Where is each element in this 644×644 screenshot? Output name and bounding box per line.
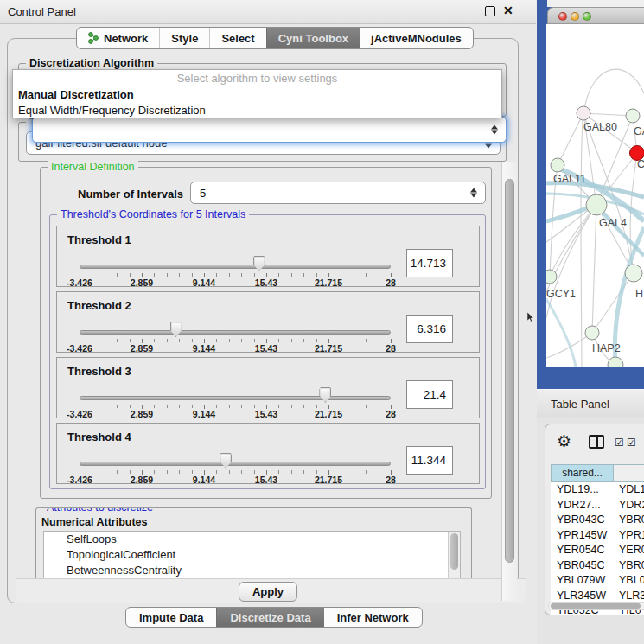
table-row[interactable]: YER054CYER0 [551, 543, 644, 558]
tab-style[interactable]: Style [159, 28, 209, 48]
network-edge[interactable] [546, 205, 596, 318]
app-root: Control Panel ✕ Network Style Select Cyn… [0, 0, 644, 644]
slider-tick-label: 9.144 [193, 409, 215, 419]
node-label: GAL80 [583, 121, 617, 133]
tab-network[interactable]: Network [77, 28, 159, 48]
tab-impute-data[interactable]: Impute Data [126, 608, 216, 627]
checkbox-icon[interactable]: ☑ [615, 437, 624, 449]
number-of-intervals-combo[interactable]: 5 [190, 182, 486, 204]
threshold-2-value[interactable]: 6.316 [406, 315, 453, 343]
discretization-algorithm-title: Discretization Algorithm [26, 57, 157, 69]
algorithm-dropdown-popup: Select algorithm to view settings Manual… [12, 69, 502, 118]
node-label: H [635, 288, 643, 300]
popup-item-equal-width-frequency[interactable]: Equal Width/Frequency Discretization [13, 103, 501, 118]
apply-button[interactable]: Apply [239, 582, 297, 602]
tab-cyni-toolbox[interactable]: Cyni Toolbox [266, 28, 360, 48]
column-header-shared-name[interactable]: shared... [552, 465, 614, 481]
list-item[interactable]: SelfLoops [44, 532, 460, 547]
threshold-2-block: Threshold 2 -3.4262.8599.14415.4321.7152… [56, 291, 480, 353]
table-horizontal-scrollbar-thumb[interactable] [551, 603, 641, 609]
table-row[interactable]: YBL079WYBL0 [551, 573, 644, 589]
top-green-node[interactable] [626, 109, 640, 123]
network-view-canvas[interactable]: GAL80GACGAL11GAL4GCY1HHAP2 [546, 24, 644, 367]
table-row[interactable]: YDL19...YDL1 [551, 482, 644, 498]
threshold-1-value[interactable]: 14.713 [406, 249, 453, 277]
float-window-icon[interactable] [485, 6, 495, 16]
control-panel-title: Control Panel [8, 5, 76, 18]
threshold-3-value[interactable]: 21.4 [406, 380, 453, 409]
numerical-attributes-list[interactable]: SelfLoops TopologicalCoefficient Between… [43, 531, 461, 578]
network-edge[interactable] [581, 120, 583, 367]
slider-tick-label: 15.43 [255, 277, 277, 288]
threshold-1-slider-track[interactable] [80, 265, 391, 269]
slider-tick-label: 21.715 [315, 277, 342, 288]
checkbox-icon[interactable]: ☑ [627, 437, 636, 449]
slider-tick-label: 28 [386, 343, 396, 354]
threshold-4-slider-thumb[interactable] [220, 453, 232, 469]
slider-tick-label: -3.426 [67, 409, 92, 419]
slider-tick-label: 21.715 [315, 343, 342, 354]
threshold-2-slider-track[interactable] [80, 330, 391, 335]
table-row[interactable]: YDR27...YDR2 [551, 498, 644, 513]
node-table: shared... na YDL19...YDL1 YDR27...YDR2 Y… [551, 464, 644, 615]
network-edge[interactable] [558, 113, 583, 165]
list-item[interactable]: TopologicalCoefficient [44, 547, 460, 563]
thresholds-group: Threshold's Coordinates for 5 Intervals … [49, 214, 486, 489]
slider-tick-label: -3.426 [67, 343, 92, 354]
table-row[interactable]: YBR045CYBR0 [551, 558, 644, 574]
desktop-strip [547, 0, 644, 7]
minimize-traffic-light-icon[interactable] [571, 12, 579, 21]
slider-tick-label: 9.144 [193, 277, 215, 288]
tab-discretize-data[interactable]: Discretize Data [216, 608, 323, 627]
zoom-traffic-light-icon[interactable] [583, 12, 591, 21]
slider-tick-label: 21.715 [315, 409, 342, 419]
column-header-name[interactable]: na [614, 465, 644, 481]
network-edge[interactable] [592, 205, 596, 333]
list-scrollbar[interactable] [448, 532, 460, 578]
gear-icon[interactable]: ⚙ [557, 431, 571, 451]
algorithm-combo[interactable] [32, 117, 507, 143]
threshold-1-slider-thumb[interactable] [253, 256, 265, 271]
GCY1-node[interactable] [546, 270, 557, 284]
slider-tick-label: 2.859 [131, 409, 153, 419]
thresholds-group-title: Threshold's Coordinates for 5 Intervals [57, 208, 249, 220]
settings-scrollbar-thumb[interactable] [505, 179, 514, 563]
slider-tick-label: 28 [386, 475, 396, 485]
settings-scrollbar[interactable] [501, 162, 517, 601]
list-item[interactable]: BetweennessCentrality [44, 563, 460, 578]
split-columns-icon[interactable] [589, 435, 604, 449]
table-row[interactable]: YBR043CYBR0 [551, 513, 644, 528]
slider-tick-label: 28 [386, 409, 396, 419]
table-row[interactable]: YPR145WYPR1 [551, 528, 644, 544]
slider-tick-label: -3.426 [67, 475, 92, 485]
network-window-titlebar[interactable] [547, 7, 644, 24]
combo-arrows-icon [470, 188, 477, 198]
close-icon[interactable]: ✕ [503, 3, 513, 17]
threshold-4-slider-track[interactable] [80, 462, 391, 466]
table-horizontal-scrollbar[interactable] [548, 602, 644, 610]
bottom-tabbar: Impute Data Discretize Data Infer Networ… [125, 607, 423, 628]
threshold-2-slider-thumb[interactable] [170, 322, 182, 337]
network-edge[interactable] [583, 113, 633, 116]
table-panel-card: ⚙ ☑ ☑ shared... na YDL19...YDL1 YDR27...… [545, 424, 644, 615]
network-edge[interactable] [583, 69, 644, 113]
threshold-3-slider-track[interactable] [80, 396, 391, 400]
tab-select[interactable]: Select [209, 28, 265, 48]
slider-tick-label: 21.715 [315, 475, 342, 485]
tab-infer-network[interactable]: Infer Network [324, 608, 422, 627]
GAL80-node[interactable] [577, 106, 590, 120]
network-edge[interactable] [592, 273, 634, 333]
GAL11-node[interactable] [551, 158, 564, 172]
threshold-4-value[interactable]: 11.344 [406, 446, 453, 475]
threshold-3-slider-thumb[interactable] [319, 387, 331, 403]
H-node[interactable] [625, 265, 642, 282]
tab-jactivemnodules[interactable]: jActiveMNodules [360, 28, 473, 48]
close-traffic-light-icon[interactable] [558, 12, 567, 21]
combo-arrows-icon [491, 125, 498, 135]
popup-placeholder: Select algorithm to view settings [13, 70, 501, 87]
GAL4-node[interactable] [586, 194, 607, 215]
HAP2-node[interactable] [585, 326, 599, 340]
node-label: GAL11 [553, 173, 586, 185]
popup-item-manual-discretization[interactable]: Manual Discretization [13, 87, 501, 103]
bottom-node[interactable] [608, 357, 623, 367]
